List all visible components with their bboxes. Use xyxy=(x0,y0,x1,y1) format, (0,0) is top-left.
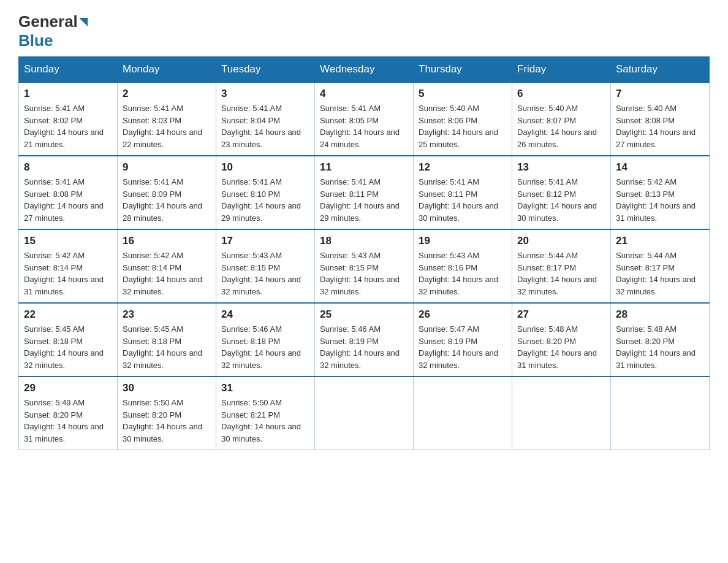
day-info: Sunrise: 5:44 AM Sunset: 8:17 PM Dayligh… xyxy=(616,250,704,297)
day-number: 2 xyxy=(123,88,211,100)
day-info: Sunrise: 5:41 AM Sunset: 8:08 PM Dayligh… xyxy=(24,176,112,224)
calendar-cell: 10 Sunrise: 5:41 AM Sunset: 8:10 PM Dayl… xyxy=(216,156,315,229)
day-number: 22 xyxy=(24,308,112,321)
calendar-cell: 23 Sunrise: 5:45 AM Sunset: 8:18 PM Dayl… xyxy=(118,303,216,377)
page-header: General Blue xyxy=(18,12,710,50)
calendar-cell: 5 Sunrise: 5:40 AM Sunset: 8:06 PM Dayli… xyxy=(414,82,512,156)
day-number: 24 xyxy=(221,308,309,321)
calendar-cell: 14 Sunrise: 5:42 AM Sunset: 8:13 PM Dayl… xyxy=(611,156,710,229)
day-number: 9 xyxy=(123,161,211,174)
calendar-cell: 22 Sunrise: 5:45 AM Sunset: 8:18 PM Dayl… xyxy=(19,303,118,377)
logo-general-text: General xyxy=(18,12,78,31)
calendar-header-monday: Monday xyxy=(118,57,216,83)
day-number: 20 xyxy=(517,235,605,247)
day-number: 17 xyxy=(221,235,309,247)
calendar-cell: 26 Sunrise: 5:47 AM Sunset: 8:19 PM Dayl… xyxy=(414,303,512,377)
day-number: 13 xyxy=(517,161,605,174)
day-number: 7 xyxy=(616,88,704,100)
calendar-header-wednesday: Wednesday xyxy=(315,57,414,83)
calendar-cell: 24 Sunrise: 5:46 AM Sunset: 8:18 PM Dayl… xyxy=(216,303,315,377)
day-number: 28 xyxy=(616,308,704,321)
day-info: Sunrise: 5:41 AM Sunset: 8:11 PM Dayligh… xyxy=(320,176,408,224)
day-info: Sunrise: 5:40 AM Sunset: 8:06 PM Dayligh… xyxy=(419,102,507,150)
day-info: Sunrise: 5:41 AM Sunset: 8:09 PM Dayligh… xyxy=(123,176,211,224)
calendar-week-5: 29 Sunrise: 5:49 AM Sunset: 8:20 PM Dayl… xyxy=(19,377,710,450)
calendar-cell: 20 Sunrise: 5:44 AM Sunset: 8:17 PM Dayl… xyxy=(512,229,611,303)
calendar-cell: 4 Sunrise: 5:41 AM Sunset: 8:05 PM Dayli… xyxy=(315,82,414,156)
day-number: 5 xyxy=(419,88,507,100)
day-info: Sunrise: 5:41 AM Sunset: 8:05 PM Dayligh… xyxy=(320,102,408,150)
day-number: 11 xyxy=(320,161,408,174)
calendar-week-1: 1 Sunrise: 5:41 AM Sunset: 8:02 PM Dayli… xyxy=(19,82,710,156)
calendar-cell: 3 Sunrise: 5:41 AM Sunset: 8:04 PM Dayli… xyxy=(216,82,315,156)
calendar-cell xyxy=(512,377,611,450)
calendar-cell: 1 Sunrise: 5:41 AM Sunset: 8:02 PM Dayli… xyxy=(19,82,118,156)
logo-arrow-icon xyxy=(79,18,88,26)
calendar-cell: 28 Sunrise: 5:48 AM Sunset: 8:20 PM Dayl… xyxy=(611,303,710,377)
day-number: 23 xyxy=(123,308,211,321)
calendar-week-2: 8 Sunrise: 5:41 AM Sunset: 8:08 PM Dayli… xyxy=(19,156,710,229)
calendar-cell: 27 Sunrise: 5:48 AM Sunset: 8:20 PM Dayl… xyxy=(512,303,611,377)
day-info: Sunrise: 5:50 AM Sunset: 8:21 PM Dayligh… xyxy=(221,397,309,445)
calendar-cell: 2 Sunrise: 5:41 AM Sunset: 8:03 PM Dayli… xyxy=(118,82,216,156)
day-number: 10 xyxy=(221,161,309,174)
calendar-cell: 30 Sunrise: 5:50 AM Sunset: 8:20 PM Dayl… xyxy=(118,377,216,450)
day-number: 26 xyxy=(419,308,507,321)
day-number: 27 xyxy=(517,308,605,321)
calendar-header-saturday: Saturday xyxy=(611,57,710,83)
calendar-header-row: SundayMondayTuesdayWednesdayThursdayFrid… xyxy=(19,57,710,83)
day-number: 29 xyxy=(24,382,112,394)
day-info: Sunrise: 5:42 AM Sunset: 8:14 PM Dayligh… xyxy=(123,250,211,297)
day-info: Sunrise: 5:50 AM Sunset: 8:20 PM Dayligh… xyxy=(123,397,211,445)
day-number: 30 xyxy=(123,382,211,394)
day-number: 3 xyxy=(221,88,309,100)
day-number: 25 xyxy=(320,308,408,321)
day-number: 15 xyxy=(24,235,112,247)
day-info: Sunrise: 5:41 AM Sunset: 8:11 PM Dayligh… xyxy=(419,176,507,224)
calendar-cell xyxy=(414,377,512,450)
calendar-cell: 19 Sunrise: 5:43 AM Sunset: 8:16 PM Dayl… xyxy=(414,229,512,303)
day-number: 12 xyxy=(419,161,507,174)
calendar-cell xyxy=(611,377,710,450)
day-number: 8 xyxy=(24,161,112,174)
logo-blue-text: Blue xyxy=(18,31,53,50)
day-info: Sunrise: 5:47 AM Sunset: 8:19 PM Dayligh… xyxy=(419,323,507,371)
calendar-header-friday: Friday xyxy=(512,57,611,83)
day-info: Sunrise: 5:41 AM Sunset: 8:04 PM Dayligh… xyxy=(221,102,309,150)
day-info: Sunrise: 5:42 AM Sunset: 8:13 PM Dayligh… xyxy=(616,176,704,224)
calendar-cell: 8 Sunrise: 5:41 AM Sunset: 8:08 PM Dayli… xyxy=(19,156,118,229)
calendar-cell: 21 Sunrise: 5:44 AM Sunset: 8:17 PM Dayl… xyxy=(611,229,710,303)
calendar-cell: 15 Sunrise: 5:42 AM Sunset: 8:14 PM Dayl… xyxy=(19,229,118,303)
calendar-cell: 18 Sunrise: 5:43 AM Sunset: 8:15 PM Dayl… xyxy=(315,229,414,303)
day-info: Sunrise: 5:44 AM Sunset: 8:17 PM Dayligh… xyxy=(517,250,605,297)
calendar-week-3: 15 Sunrise: 5:42 AM Sunset: 8:14 PM Dayl… xyxy=(19,229,710,303)
day-number: 31 xyxy=(221,382,309,394)
day-info: Sunrise: 5:46 AM Sunset: 8:19 PM Dayligh… xyxy=(320,323,408,371)
calendar-header-tuesday: Tuesday xyxy=(216,57,315,83)
calendar-cell: 31 Sunrise: 5:50 AM Sunset: 8:21 PM Dayl… xyxy=(216,377,315,450)
calendar-cell: 9 Sunrise: 5:41 AM Sunset: 8:09 PM Dayli… xyxy=(118,156,216,229)
calendar-cell: 13 Sunrise: 5:41 AM Sunset: 8:12 PM Dayl… xyxy=(512,156,611,229)
day-info: Sunrise: 5:41 AM Sunset: 8:02 PM Dayligh… xyxy=(24,102,112,150)
day-info: Sunrise: 5:49 AM Sunset: 8:20 PM Dayligh… xyxy=(24,397,112,445)
day-info: Sunrise: 5:41 AM Sunset: 8:12 PM Dayligh… xyxy=(517,176,605,224)
day-info: Sunrise: 5:42 AM Sunset: 8:14 PM Dayligh… xyxy=(24,250,112,297)
day-info: Sunrise: 5:40 AM Sunset: 8:07 PM Dayligh… xyxy=(517,102,605,150)
day-info: Sunrise: 5:41 AM Sunset: 8:03 PM Dayligh… xyxy=(123,102,211,150)
day-number: 14 xyxy=(616,161,704,174)
day-info: Sunrise: 5:41 AM Sunset: 8:10 PM Dayligh… xyxy=(221,176,309,224)
day-number: 1 xyxy=(24,88,112,100)
calendar-cell xyxy=(315,377,414,450)
day-info: Sunrise: 5:40 AM Sunset: 8:08 PM Dayligh… xyxy=(616,102,704,150)
day-number: 16 xyxy=(123,235,211,247)
calendar-cell: 11 Sunrise: 5:41 AM Sunset: 8:11 PM Dayl… xyxy=(315,156,414,229)
day-number: 21 xyxy=(616,235,704,247)
calendar-week-4: 22 Sunrise: 5:45 AM Sunset: 8:18 PM Dayl… xyxy=(19,303,710,377)
day-info: Sunrise: 5:48 AM Sunset: 8:20 PM Dayligh… xyxy=(616,323,704,371)
day-info: Sunrise: 5:43 AM Sunset: 8:15 PM Dayligh… xyxy=(221,250,309,297)
calendar-cell: 7 Sunrise: 5:40 AM Sunset: 8:08 PM Dayli… xyxy=(611,82,710,156)
calendar-cell: 16 Sunrise: 5:42 AM Sunset: 8:14 PM Dayl… xyxy=(118,229,216,303)
calendar-cell: 6 Sunrise: 5:40 AM Sunset: 8:07 PM Dayli… xyxy=(512,82,611,156)
day-number: 4 xyxy=(320,88,408,100)
calendar-cell: 25 Sunrise: 5:46 AM Sunset: 8:19 PM Dayl… xyxy=(315,303,414,377)
